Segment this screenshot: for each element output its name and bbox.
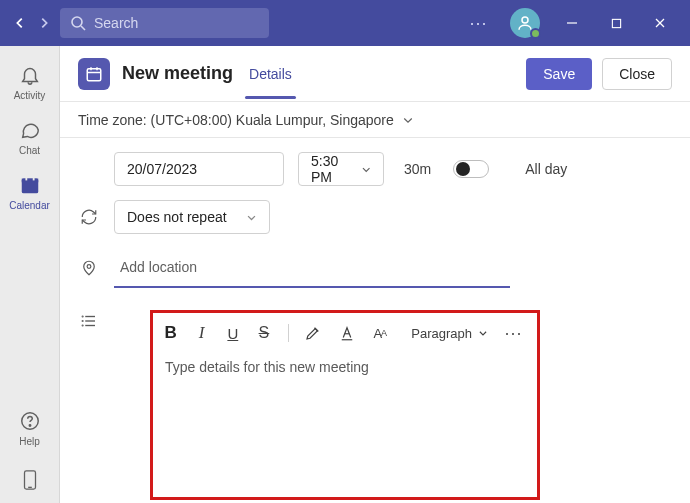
more-button[interactable]: ⋯ (457, 12, 500, 34)
titlebar: Search ⋯ (0, 0, 690, 46)
svg-rect-4 (612, 19, 620, 27)
repeat-row: Does not repeat (78, 200, 672, 234)
font-size-button[interactable]: AA (372, 322, 387, 344)
time-value: 5:30 PM (311, 153, 361, 185)
highlight-button[interactable] (304, 322, 322, 344)
font-color-button[interactable] (338, 322, 356, 344)
description-icon (78, 312, 100, 330)
minimize-button[interactable] (550, 0, 594, 46)
rail-device[interactable] (0, 465, 60, 495)
chevron-down-icon (402, 114, 414, 126)
svg-rect-13 (24, 471, 35, 489)
svg-point-24 (82, 321, 83, 322)
chevron-down-icon (361, 164, 371, 175)
allday-toggle[interactable] (453, 160, 489, 178)
calendar-icon (19, 174, 41, 196)
location-icon (78, 259, 100, 277)
save-button[interactable]: Save (526, 58, 592, 90)
device-icon (19, 469, 41, 491)
search-input[interactable]: Search (60, 8, 269, 38)
allday-label: All day (525, 161, 567, 177)
main-panel: New meeting Details Save Close Time zone… (60, 46, 690, 503)
editor-textarea[interactable]: Type details for this new meeting (153, 353, 537, 497)
maximize-button[interactable] (594, 0, 638, 46)
svg-rect-15 (87, 68, 101, 80)
back-button[interactable] (10, 13, 30, 33)
close-button[interactable]: Close (602, 58, 672, 90)
date-field[interactable]: 20/07/2023 (114, 152, 284, 186)
calendar-mini-icon (85, 65, 103, 83)
svg-point-25 (82, 325, 83, 326)
chevron-down-icon (246, 212, 257, 223)
description-row: B I U S AA Paragraph ⋯ (78, 302, 672, 500)
close-window-button[interactable] (638, 0, 682, 46)
meeting-header: New meeting Details Save Close (60, 46, 690, 102)
bold-button[interactable]: B (163, 322, 178, 344)
search-placeholder: Search (94, 15, 138, 31)
rail-activity[interactable]: Activity (0, 56, 60, 111)
rail-chat[interactable]: Chat (0, 111, 60, 166)
meeting-header-icon (78, 58, 110, 90)
datetime-row: 20/07/2023 5:30 PM 30m All day (78, 152, 672, 186)
underline-button[interactable]: U (225, 322, 240, 344)
toolbar-more-button[interactable]: ⋯ (504, 322, 527, 344)
location-input[interactable]: Add location (114, 248, 510, 288)
svg-rect-8 (21, 179, 38, 183)
rail-label: Activity (14, 90, 46, 101)
svg-point-23 (82, 316, 83, 317)
chat-icon (19, 119, 41, 141)
rail-label: Chat (19, 145, 40, 156)
font-color-icon (338, 324, 356, 342)
svg-point-19 (87, 265, 91, 269)
location-placeholder: Add location (120, 259, 197, 275)
timezone-row[interactable]: Time zone: (UTC+08:00) Kuala Lumpur, Sin… (60, 102, 690, 138)
chevron-down-icon (478, 328, 488, 338)
editor-placeholder: Type details for this new meeting (165, 359, 369, 375)
rail-calendar[interactable]: Calendar (0, 166, 60, 221)
page-title: New meeting (122, 63, 233, 84)
svg-point-12 (29, 425, 30, 426)
editor-toolbar: B I U S AA Paragraph ⋯ (153, 313, 537, 353)
strikethrough-button[interactable]: S (256, 322, 271, 344)
rail-label: Calendar (9, 200, 50, 211)
search-icon (70, 15, 86, 31)
timezone-label: Time zone: (UTC+08:00) Kuala Lumpur, Sin… (78, 112, 394, 128)
italic-button[interactable]: I (194, 322, 209, 344)
nav-arrows (8, 13, 60, 33)
repeat-select[interactable]: Does not repeat (114, 200, 270, 234)
date-value: 20/07/2023 (127, 161, 197, 177)
description-editor: B I U S AA Paragraph ⋯ (150, 310, 540, 500)
svg-point-0 (72, 17, 82, 27)
time-field[interactable]: 5:30 PM (298, 152, 384, 186)
help-icon (19, 410, 41, 432)
toolbar-divider (288, 324, 289, 342)
presence-badge (530, 28, 541, 39)
highlight-icon (304, 324, 322, 342)
duration-label: 30m (404, 161, 431, 177)
svg-line-1 (81, 26, 85, 30)
svg-point-2 (522, 17, 528, 23)
rail-help[interactable]: Help (0, 406, 60, 455)
left-rail: Activity Chat Calendar Help (0, 46, 60, 503)
bell-icon (19, 64, 41, 86)
tab-details[interactable]: Details (247, 50, 294, 98)
paragraph-select[interactable]: Paragraph (411, 326, 488, 341)
paragraph-label: Paragraph (411, 326, 472, 341)
location-row: Add location (78, 248, 672, 288)
window-controls (550, 0, 682, 46)
forward-button[interactable] (34, 13, 54, 33)
repeat-value: Does not repeat (127, 209, 227, 225)
rail-label: Help (19, 436, 40, 447)
repeat-icon (78, 208, 100, 226)
avatar[interactable] (510, 8, 540, 38)
